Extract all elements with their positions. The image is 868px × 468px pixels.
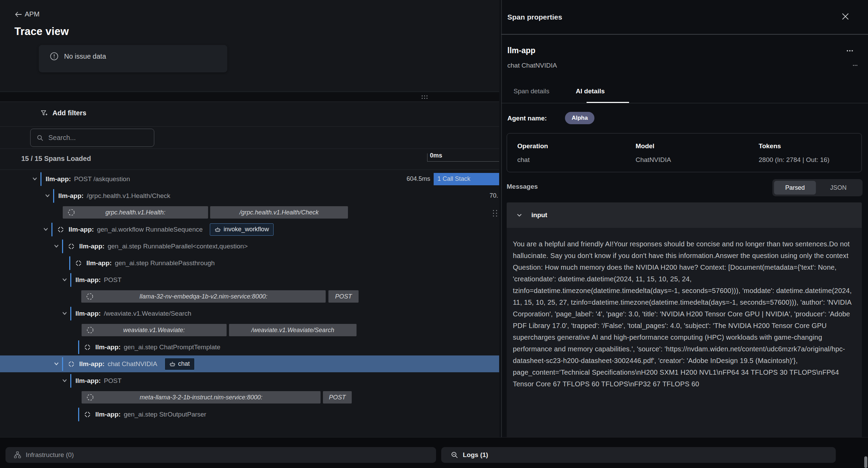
divider bbox=[0, 126, 499, 127]
endpoint-pill-label: /weaviate.v1.Weaviate/Search bbox=[251, 327, 334, 334]
spans-loaded-counter: 15 / 15 Spans Loaded bbox=[21, 155, 91, 163]
span-operation-label: POST bbox=[104, 377, 122, 385]
span-operation-label: gen_ai.step RunnableParallel<context,que… bbox=[108, 243, 248, 250]
genai-span-icon bbox=[84, 343, 91, 351]
endpoint-pill[interactable]: /grpc.health.v1.Health/Check bbox=[210, 206, 348, 219]
span-color-bar bbox=[78, 408, 79, 421]
ai-operation-badge[interactable]: invoke_workflow bbox=[210, 223, 274, 236]
ai-metrics-card: Operation chat Model ChatNVIDIA Tokens 2… bbox=[507, 133, 862, 172]
endpoint-pill-label: meta-llama-3-2-1b-instruct.nim-service:8… bbox=[140, 394, 262, 401]
endpoint-pill-label: grpc.health.v1.Health: bbox=[105, 209, 165, 216]
back-link-apm[interactable]: APM bbox=[15, 10, 39, 18]
chevron-down-icon[interactable] bbox=[53, 361, 59, 367]
close-icon[interactable] bbox=[841, 12, 850, 21]
span-row[interactable]: llm-app:POST bbox=[0, 271, 499, 288]
span-row[interactable]: llm-app:gen_ai.step RunnableParallel<con… bbox=[0, 238, 499, 255]
span-color-bar bbox=[70, 374, 71, 388]
endpoint-pill[interactable]: meta-llama-3-2-1b-instruct.nim-service:8… bbox=[82, 391, 321, 403]
chevron-down-icon bbox=[516, 212, 522, 218]
span-row[interactable]: llm-app:gen_ai.step RunnablePassthrough bbox=[0, 255, 499, 271]
endpoint-pill[interactable]: /weaviate.v1.Weaviate/Search bbox=[229, 324, 357, 336]
dashed-circle-icon bbox=[86, 326, 94, 334]
no-issue-card: No issue data bbox=[39, 45, 227, 72]
chevron-down-icon[interactable] bbox=[53, 244, 59, 249]
span-service-name: llm-app: bbox=[75, 377, 101, 385]
input-message-expander[interactable]: input bbox=[507, 202, 862, 228]
endpoint-pill[interactable]: POST bbox=[328, 290, 359, 303]
divider bbox=[501, 103, 868, 103]
span-row[interactable]: llm-app:POST /askquestion604.5ms1 Call S… bbox=[0, 171, 499, 187]
span-color-bar bbox=[78, 340, 79, 354]
endpoint-row[interactable]: meta-llama-3-2-1b-instruct.nim-service:8… bbox=[0, 389, 499, 406]
tab-ai-details[interactable]: AI details bbox=[576, 87, 605, 95]
horizontal-drag-handle[interactable] bbox=[422, 95, 427, 99]
span-color-bar bbox=[62, 239, 63, 253]
span-row[interactable]: llm-app:/grpc.health.v1.Health/Check70. bbox=[0, 187, 499, 204]
search-input[interactable] bbox=[48, 133, 142, 142]
span-row[interactable]: llm-app:gen_ai.workflow RunnableSequence… bbox=[0, 221, 499, 238]
span-color-bar bbox=[53, 189, 54, 203]
genai-span-icon bbox=[68, 360, 75, 368]
log-search-icon bbox=[451, 451, 458, 459]
span-service-name: llm-app: bbox=[79, 243, 105, 250]
search-icon bbox=[37, 134, 44, 141]
endpoint-row[interactable]: llama-32-nv-embedqa-1b-v2.nim-service:80… bbox=[0, 288, 499, 305]
span-row[interactable]: llm-app:chat ChatNVIDIAchat bbox=[0, 355, 499, 372]
span-service-name: llm-app: bbox=[69, 226, 94, 233]
infrastructure-button[interactable]: Infrastructure (0) bbox=[5, 447, 436, 463]
ai-operation-badge[interactable]: chat bbox=[165, 358, 195, 370]
panel-resize-handle[interactable] bbox=[493, 210, 497, 217]
span-service-name: llm-app: bbox=[95, 411, 121, 418]
robot-icon bbox=[169, 361, 176, 367]
span-row[interactable]: llm-app:gen_ai.step StrOutputParser bbox=[0, 406, 499, 423]
endpoint-row[interactable]: weaviate.v1.Weaviate:/weaviate.v1.Weavia… bbox=[0, 322, 499, 339]
span-operation-label: gen_ai.workflow RunnableSequence bbox=[97, 226, 203, 233]
endpoint-pill[interactable]: grpc.health.v1.Health: bbox=[63, 206, 208, 219]
add-filters-button[interactable]: Add filters bbox=[40, 109, 86, 117]
span-row[interactable]: llm-app:POST bbox=[0, 372, 499, 389]
span-color-bar bbox=[70, 307, 71, 320]
endpoint-pill-label: /grpc.health.v1.Health/Check bbox=[239, 209, 318, 216]
toggle-json[interactable]: JSON bbox=[816, 181, 861, 195]
call-stack-badge[interactable]: 1 Call Stack bbox=[434, 173, 499, 185]
span-operation-label: /grpc.health.v1.Health/Check bbox=[87, 192, 170, 200]
chevron-down-icon[interactable] bbox=[43, 227, 48, 232]
dashed-circle-icon bbox=[86, 394, 94, 401]
span-operation-label: /weaviate.v1.Weaviate/Search bbox=[104, 310, 191, 317]
scrollbar-thumb[interactable] bbox=[864, 456, 867, 468]
endpoint-pill[interactable]: weaviate.v1.Weaviate: bbox=[82, 324, 227, 336]
genai-span-icon bbox=[75, 259, 82, 267]
filter-plus-icon bbox=[40, 109, 48, 117]
tab-span-details[interactable]: Span details bbox=[514, 87, 550, 95]
messages-format-toggle: Parsed JSON bbox=[772, 179, 863, 196]
endpoint-pill[interactable]: POST bbox=[323, 391, 352, 403]
span-row[interactable]: llm-app:/weaviate.v1.Weaviate/Search bbox=[0, 305, 499, 322]
span-operation-label: chat ChatNVIDIA bbox=[108, 360, 157, 368]
logs-button[interactable]: Logs (1) bbox=[441, 447, 836, 463]
logs-label: Logs (1) bbox=[463, 451, 488, 459]
span-service-name: llm-app: bbox=[75, 276, 101, 284]
chevron-down-icon[interactable] bbox=[32, 176, 37, 182]
divider bbox=[0, 169, 499, 170]
metric-model: Model ChatNVIDIA bbox=[636, 142, 759, 172]
span-actions-menu-icon[interactable] bbox=[847, 50, 853, 51]
span-color-bar bbox=[70, 273, 71, 287]
chevron-down-icon[interactable] bbox=[62, 378, 67, 384]
span-sub-menu-icon[interactable] bbox=[853, 65, 857, 66]
endpoint-row[interactable]: grpc.health.v1.Health:/grpc.health.v1.He… bbox=[0, 204, 499, 221]
genai-span-icon bbox=[57, 226, 64, 233]
endpoint-pill[interactable]: llama-32-nv-embedqa-1b-v2.nim-service:80… bbox=[81, 290, 326, 303]
input-message-label: input bbox=[531, 211, 547, 219]
span-color-bar bbox=[62, 357, 63, 371]
chevron-down-icon[interactable] bbox=[45, 193, 50, 199]
chevron-down-icon[interactable] bbox=[62, 311, 67, 316]
endpoint-pill-label: POST bbox=[329, 394, 346, 401]
span-search-box[interactable] bbox=[30, 129, 154, 147]
span-service-name: llm-app: bbox=[46, 175, 71, 183]
span-duration-clipped: 70. bbox=[490, 192, 498, 199]
no-issue-text: No issue data bbox=[64, 52, 106, 61]
span-service-name: llm-app: bbox=[58, 192, 84, 200]
span-row[interactable]: llm-app:gen_ai.step ChatPromptTemplate bbox=[0, 339, 499, 355]
toggle-parsed[interactable]: Parsed bbox=[774, 181, 816, 195]
chevron-down-icon[interactable] bbox=[62, 277, 67, 283]
